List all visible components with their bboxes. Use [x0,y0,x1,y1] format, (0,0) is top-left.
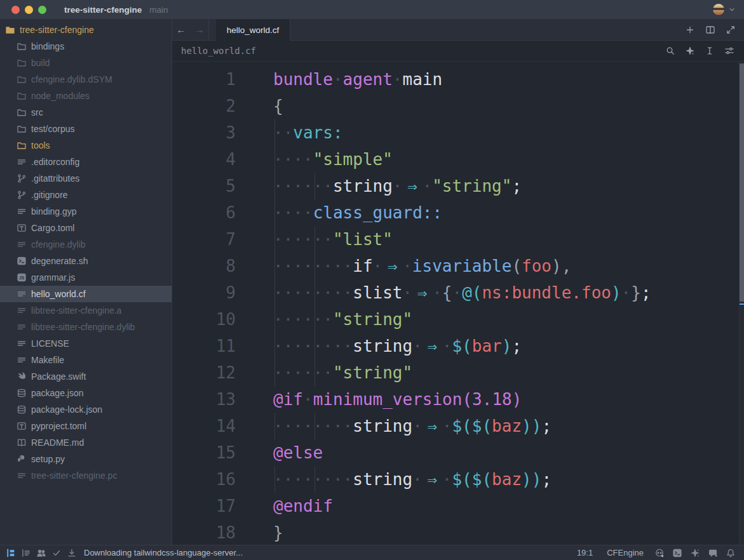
code-line-4[interactable]: 4····"simple" [172,146,744,173]
terminal-panel-toggle-icon[interactable] [670,547,684,559]
file-tree-item-hello-world-cf[interactable]: hello_world.cf [0,286,172,302]
editor-scrollbar[interactable] [739,62,744,545]
file-tree-item-degenerate-sh[interactable]: degenerate.sh [0,253,172,269]
folder-icon [17,41,27,51]
file-tree-item-license[interactable]: LICENSE [0,335,172,352]
file-tree-item-build[interactable]: build [0,55,172,71]
line-number: 10 [172,310,236,329]
file-tree-item--gitignore[interactable]: .gitignore [0,187,172,203]
code-line-6[interactable]: 6····class_guard:: [172,199,744,226]
code-line-7[interactable]: 7······"list" [172,226,744,253]
language-selector[interactable]: CFEngine [602,548,649,557]
project-panel-toggle-icon[interactable] [4,547,18,559]
indent-guide [315,333,315,359]
file-tree-item-node-modules[interactable]: node_modules [0,88,172,104]
zoom-window-button[interactable] [38,6,46,14]
code-line-10[interactable]: 10······"string" [172,306,744,333]
inline-assist-icon[interactable] [683,44,697,58]
code-line-1[interactable]: 1bundle·agent·main [172,66,744,93]
navigate-back-button[interactable]: ← [177,24,186,35]
code-line-15[interactable]: 15@else [172,439,744,466]
file-tree-item-src[interactable]: src [0,104,172,121]
minimize-window-button[interactable] [25,6,33,14]
file-tree-item-cargo-toml[interactable]: Cargo.toml [0,220,172,236]
tab-hello-world-cf[interactable]: hello_world.cf [216,19,290,41]
file-tree-item-libtree-sitter-cfengine-dylib[interactable]: libtree-sitter-cfengine.dylib [0,319,172,335]
file-tree-item-package-swift[interactable]: Package.swift [0,368,172,385]
file-tree-item-setup-py[interactable]: setup.py [0,451,172,467]
search-icon[interactable] [663,44,677,58]
js-icon: JS [17,272,27,283]
code-line-3[interactable]: 3··vars: [172,119,744,146]
file-tree-item--gitattributes[interactable]: .gitattributes [0,170,172,187]
file-tree-item-label: Makefile [31,355,64,365]
chevron-down-icon[interactable] [727,5,736,14]
line-number: 8 [172,257,236,276]
new-file-icon[interactable] [683,23,697,37]
expand-pane-icon[interactable] [724,23,738,37]
indent-guide [274,279,275,306]
code-line-16[interactable]: 16········string·⇒·$($(baz)); [172,466,744,493]
file-tree-item--editorconfig[interactable]: .editorconfig [0,154,172,170]
code-line-2[interactable]: 2{ [172,93,744,119]
outline-panel-toggle-icon[interactable] [19,547,33,559]
file-tree-item-pyproject-toml[interactable]: pyproject.toml [0,418,172,434]
code-line-content: ········if·⇒·isvariable(foo), [236,253,744,279]
code-line-14[interactable]: 14········string·⇒·$($(baz)); [172,413,744,439]
line-number: 7 [172,230,236,249]
diagnostics-check-icon[interactable] [50,547,64,559]
editor-controls-icon[interactable] [722,44,736,58]
code-line-5[interactable]: 5······string·⇒·"string"; [172,173,744,199]
file-tree-item-readme-md[interactable]: README.md [0,434,172,451]
download-icon[interactable] [65,547,79,559]
scrollbar-thumb[interactable] [740,63,744,302]
file-lines-icon [17,157,27,167]
editor[interactable]: 1bundle·agent·main2{3··vars:4····"simple… [172,62,744,545]
file-tree-item-package-json[interactable]: package.json [0,385,172,401]
git-branch-name[interactable]: main [149,5,168,15]
file-tree-item-package-lock-json[interactable]: package-lock.json [0,401,172,418]
file-tree-item-bindings[interactable]: bindings [0,38,172,55]
code-line-8[interactable]: 8········if·⇒·isvariable(foo), [172,253,744,279]
file-tree-item-tools[interactable]: tools [0,137,172,154]
file-tree-item-cfengine-dylib[interactable]: cfengine.dylib [0,236,172,253]
code-line-18[interactable]: 18} [172,519,744,545]
chat-panel-toggle-icon[interactable] [706,547,720,559]
code-line-13[interactable]: 13@if·minimum_version(3.18) [172,386,744,413]
project-name[interactable]: tree-sitter-cfengine [64,5,142,15]
line-number: 9 [172,283,236,302]
breadcrumb[interactable]: hello_world.cf [181,46,256,56]
copilot-icon[interactable] [653,547,666,559]
file-tree-item-libtree-sitter-cfengine-a[interactable]: libtree-sitter-cfengine.a [0,302,172,319]
indent-guide [315,226,315,253]
notifications-icon[interactable] [724,547,738,559]
cursor-position[interactable]: 19:1 [572,548,598,557]
close-window-button[interactable] [11,6,20,14]
collab-panel-toggle-icon[interactable] [34,547,48,559]
git-branch-icon [17,173,27,183]
assistant-panel-toggle-icon[interactable] [688,547,702,559]
line-number: 15 [172,443,236,462]
file-tree-item-tree-sitter-cfengine-pc[interactable]: tree-sitter-cfengine.pc [0,467,172,484]
code-line-17[interactable]: 17@endif [172,493,744,519]
file-tree-item-makefile[interactable]: Makefile [0,352,172,368]
folder-icon [17,140,27,150]
indent-guide [274,333,275,359]
file-tree-item-cfengine-dylib-dsym[interactable]: cfengine.dylib.dSYM [0,71,172,88]
file-tree-item-grammar-js[interactable]: JSgrammar.js [0,269,172,286]
file-tree-item-tree-sitter-cfengine[interactable]: tree-sitter-cfengine [0,22,172,38]
file-tree-item-test-corpus[interactable]: test/corpus [0,121,172,137]
file-tree-item-binding-gyp[interactable]: binding.gyp [0,203,172,220]
code-line-11[interactable]: 11········string·⇒·$(bar); [172,333,744,359]
code-line-12[interactable]: 12······"string" [172,359,744,386]
user-avatar[interactable] [712,3,725,16]
titlebar: tree-sitter-cfengine main [0,0,744,19]
file-tree-item-label: node_modules [31,91,90,101]
navigate-forward-button[interactable]: → [195,24,205,35]
edit-prediction-icon[interactable] [703,44,717,58]
indent-guide [274,306,275,333]
code-line-content: ······"string" [236,359,744,386]
file-lines-icon [17,470,27,481]
split-pane-icon[interactable] [703,23,717,37]
code-line-9[interactable]: 9········slist·⇒·{·@(ns:bundle.foo)·}; [172,279,744,306]
